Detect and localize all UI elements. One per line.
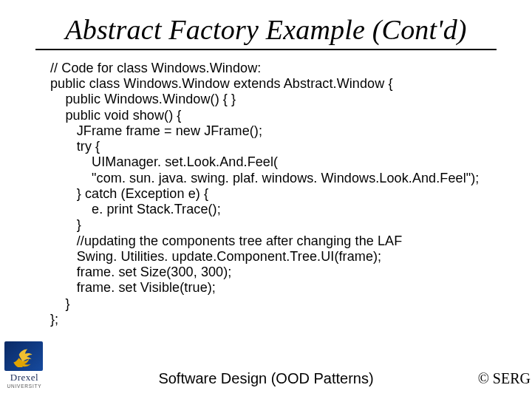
dragon-icon xyxy=(11,345,36,367)
code-block: // Code for class Windows.Window: public… xyxy=(0,58,532,327)
title-underline xyxy=(35,49,497,50)
drexel-logo-box xyxy=(4,341,43,371)
slide: Abstract Factory Example (Cont'd) // Cod… xyxy=(0,0,532,399)
footer-center: Software Design (OOD Patterns) xyxy=(0,370,532,387)
slide-title: Abstract Factory Example (Cont'd) xyxy=(0,0,532,49)
footer-copyright: © SERG xyxy=(478,370,531,387)
